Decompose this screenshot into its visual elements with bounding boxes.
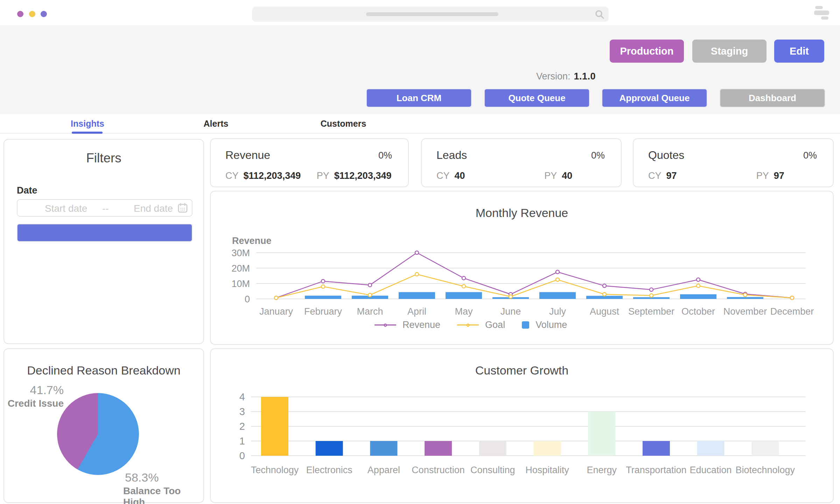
calendar-icon[interactable] [178,203,188,213]
legend-label: Volume [536,320,567,330]
browser-chrome [0,0,840,25]
py-value: 40 [562,170,572,181]
nav-approval-queue-button[interactable]: Approval Queue [602,89,707,107]
edit-button[interactable]: Edit [774,40,824,63]
py-value: 97 [774,170,784,181]
svg-text:10M: 10M [231,279,250,289]
tab-insights[interactable]: Insights [71,119,104,129]
version-value: 1.1.0 [574,71,596,82]
svg-text:Hospitality: Hospitality [525,465,569,475]
version-label: Version: [536,71,570,82]
svg-text:Consulting: Consulting [470,465,515,475]
active-tab-underline [72,132,103,134]
menu-icon[interactable] [813,5,834,21]
kpi-card-quotes: Quotes 0% CY97 PY97 [633,138,834,187]
py-label: PY [317,170,329,181]
staging-button[interactable]: Staging [692,40,766,63]
pie-label-balance-too-high: Balance Too High [123,485,203,504]
page-header: Version: 1.1.0 Production Staging Edit L… [0,25,840,114]
declined-reason-pie [57,393,139,475]
date-filter-label: Date [17,185,37,196]
date-separator: -- [102,203,109,214]
search-bar[interactable] [252,7,609,22]
svg-text:June: June [500,306,521,317]
end-date-placeholder[interactable]: End date [134,203,173,214]
customer-growth-card: Customer Growth 01234TechnologyElectroni… [210,348,834,503]
cy-label: CY [436,170,450,181]
svg-text:November: November [723,306,767,317]
svg-text:February: February [304,306,342,317]
search-placeholder-dash [366,12,498,16]
svg-text:December: December [770,306,814,317]
nav-dashboard-button[interactable]: Dashboard [720,89,825,107]
svg-text:Energy: Energy [587,465,617,475]
svg-text:2: 2 [239,421,245,432]
start-date-placeholder[interactable]: Start date [45,203,87,214]
kpi-values-row: CY97 PY97 [648,170,822,181]
nav-quote-queue-button[interactable]: Quote Queue [484,89,590,107]
svg-text:March: March [357,306,383,317]
search-icon [595,9,604,19]
kpi-delta: 0% [591,150,605,161]
svg-text:September: September [628,306,674,317]
tab-customers[interactable]: Customers [321,119,366,129]
svg-text:Construction: Construction [412,465,465,475]
py-label: PY [544,170,557,181]
kpi-delta: 0% [803,150,817,161]
svg-text:Apparel: Apparel [368,465,400,475]
svg-text:1: 1 [239,435,245,447]
legend-item-volume: Volume [522,320,567,330]
svg-text:Revenue: Revenue [232,236,272,246]
cy-label: CY [648,170,662,181]
legend-item-goal: Goal [457,320,505,330]
svg-text:July: July [549,306,566,317]
cy-value: 40 [455,170,465,181]
nav-loan-crm-button[interactable]: Loan CRM [366,89,472,107]
pie-pct-balance-too-high: 58.3% [125,471,159,484]
monthly-revenue-card: Monthly Revenue 010M20M30MRevenueJanuary… [210,191,834,345]
tab-bar: Insights Alerts Customers [0,114,840,134]
legend-item-revenue: Revenue [374,320,440,330]
line-swatch [457,324,479,326]
dashboard-app: { "chrome": { "window_dot_colors": ["#b1… [0,0,840,504]
svg-text:0: 0 [245,294,250,304]
tab-alerts[interactable]: Alerts [204,119,229,129]
pie-pct-credit-issue: 41.7% [11,383,64,397]
svg-text:May: May [455,306,473,317]
svg-text:April: April [407,306,426,317]
kpi-card-revenue: Revenue 0% CY$112,203,349 PY$112,203,349 [210,138,409,187]
kpi-title: Revenue [225,149,270,162]
svg-text:Electronics: Electronics [306,465,352,475]
date-range-input[interactable]: Start date -- End date [17,199,192,217]
line-swatch [374,324,396,326]
svg-text:4: 4 [239,391,245,402]
svg-text:October: October [681,306,715,317]
cy-label: CY [225,170,239,181]
monthly-revenue-legend: Revenue Goal Volume [374,320,567,330]
svg-text:0: 0 [239,450,245,461]
kpi-title: Leads [436,149,467,162]
declined-reason-card: Declined Reason Breakdown 41.7% Credit I… [4,348,204,503]
cy-value: 97 [666,170,677,181]
legend-label: Goal [485,320,505,330]
legend-label: Revenue [402,320,440,330]
py-label: PY [756,170,769,181]
svg-text:January: January [259,306,293,317]
svg-text:Transportation: Transportation [626,465,686,475]
pie-label-credit-issue: Credit Issue [0,398,64,409]
customer-growth-chart: 01234TechnologyElectronicsApparelConstru… [211,349,834,504]
production-button[interactable]: Production [610,40,684,63]
window-dot-2[interactable] [29,11,35,17]
window-dot-1[interactable] [17,11,23,17]
svg-text:Education: Education [690,465,732,475]
svg-text:30M: 30M [231,248,250,258]
apply-filter-button[interactable] [17,224,192,242]
svg-text:20M: 20M [231,263,250,274]
svg-text:3: 3 [239,406,245,417]
py-value: $112,203,349 [334,170,392,181]
kpi-title: Quotes [648,149,684,162]
kpi-delta: 0% [378,150,392,161]
declined-reason-title: Declined Reason Breakdown [4,364,203,377]
window-dot-3[interactable] [41,11,47,17]
svg-text:Biotechnology: Biotechnology [735,465,795,475]
